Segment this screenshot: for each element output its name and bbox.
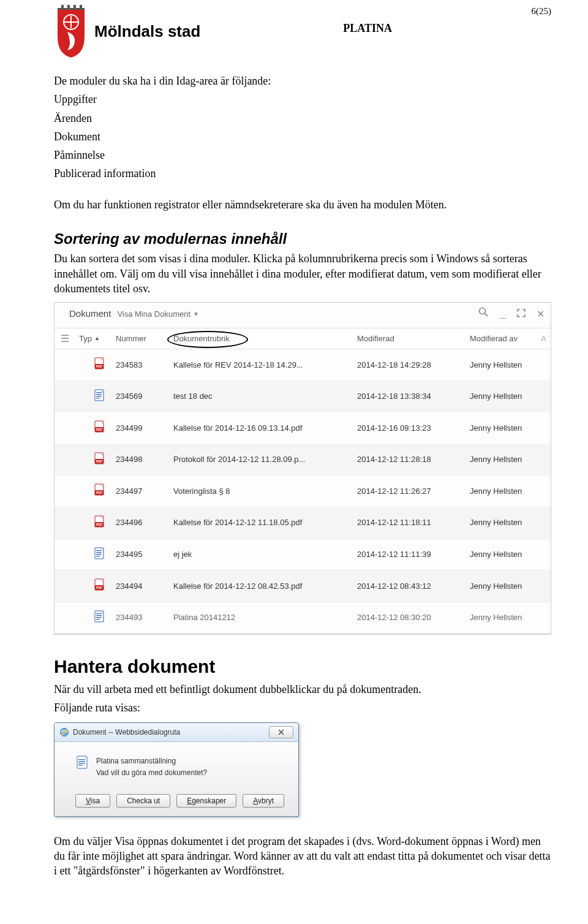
trailing-paragraph: Om du väljer Visa öppnas dokumentet i de… (54, 834, 551, 879)
cell-modifierad: 2014-12-12 11:28:18 (357, 454, 470, 465)
cell-nummer: 234569 (116, 391, 173, 402)
module-item: Uppgifter (54, 92, 551, 107)
cell-modifierad-av: Jenny Hellsten (470, 581, 541, 592)
cell-nummer: 234495 (116, 549, 173, 560)
cell-rubrik: Protokoll för 2014-12-12 11.28.09.p... (173, 454, 357, 465)
cell-rubrik: Kallelse för 2014-12-12 08.42.53.pdf (173, 581, 357, 592)
side-label: A (541, 333, 548, 344)
svg-rect-25 (78, 765, 83, 765)
search-icon[interactable] (478, 306, 489, 321)
cell-nummer: 234498 (116, 454, 173, 465)
table-row[interactable]: 234497Voteringlista § 82014-12-12 11:26:… (55, 475, 551, 507)
svg-rect-11 (70, 5, 74, 8)
table-row[interactable]: 234499Kallelse för 2014-12-16 09.13.14.p… (55, 412, 551, 444)
dialog-titlebar: Dokument -- Webbsidedialogruta (55, 723, 298, 742)
table-row[interactable]: 234498Protokoll för 2014-12-12 11.28.09.… (55, 444, 551, 476)
page-number: 6(25) (343, 5, 551, 17)
egenskaper-button[interactable]: Egenskaper (176, 794, 236, 808)
cell-nummer: 234493 (116, 612, 173, 623)
cell-modifierad-av: Jenny Hellsten (470, 486, 541, 497)
table-row[interactable]: 234569test 18 dec2014-12-18 13:38:34Jenn… (55, 381, 551, 413)
visa-button[interactable]: Visa (75, 794, 110, 808)
cell-rubrik: Kallelse för 2014-12-16 09.13.14.pdf (173, 423, 357, 434)
body-content: De moduler du ska ha i din Idag-area är … (54, 74, 551, 879)
intro-note: Om du har funktionen registrator eller n… (54, 197, 551, 212)
cell-nummer: 234499 (116, 423, 173, 434)
svg-rect-13 (82, 5, 85, 8)
cell-rubrik: ej jek (173, 549, 357, 560)
module-item: Påminnelse (54, 148, 551, 162)
logo-block: Mölndals stad (54, 5, 200, 59)
svg-rect-23 (78, 761, 85, 762)
file-type-icon (79, 357, 116, 373)
module-item: Dokument (54, 129, 551, 144)
table-row[interactable]: 234493Platina 201412122014-12-12 08:30:2… (55, 602, 551, 635)
svg-point-18 (479, 308, 485, 314)
cell-modifierad-av: Jenny Hellsten (470, 549, 541, 560)
cell-rubrik: Kallelse för 2014-12-12 11.18.05.pdf (173, 517, 357, 528)
dialog-line2: Vad vill du göra med dokumentet? (96, 767, 207, 779)
close-x-icon (277, 729, 285, 735)
logo-text: Mölndals stad (94, 21, 200, 42)
avbryt-button[interactable]: Avbryt (243, 794, 284, 808)
cell-modifierad-av: Jenny Hellsten (470, 612, 541, 623)
panel-rows: 234583Kallelse för REV 2014-12-18 14.29.… (55, 349, 551, 634)
cell-modifierad: 2014-12-12 11:18:11 (357, 517, 470, 528)
table-row[interactable]: 234495ej jek2014-12-12 11:11:39Jenny Hel… (55, 539, 551, 571)
dialog-buttons: Visa Checka ut Egenskaper Avbryt (63, 794, 290, 808)
cell-modifierad-av: Jenny Hellsten (470, 360, 541, 371)
file-type-icon (79, 389, 116, 404)
cell-modifierad: 2014-12-12 11:26:27 (357, 486, 470, 497)
hantera-p2: Följande ruta visas: (54, 700, 551, 715)
column-header-typ[interactable]: Typ ▲ (79, 333, 116, 344)
cell-modifierad-av: Jenny Hellsten (470, 454, 541, 465)
cell-nummer: 234497 (116, 486, 173, 497)
cell-modifierad: 2014-12-12 08:43:12 (357, 581, 470, 592)
cell-rubrik: Voteringlista § 8 (173, 486, 357, 497)
panel-view-dropdown[interactable]: Visa Mina Dokument ▼ (117, 309, 199, 320)
cell-modifierad: 2014-12-12 11:11:39 (357, 549, 470, 560)
doc-title: PLATINA (343, 21, 392, 36)
dialog-close-button[interactable] (269, 726, 293, 738)
cell-rubrik: test 18 dec (173, 391, 357, 402)
file-type-icon (79, 578, 116, 594)
table-row[interactable]: 234494Kallelse för 2014-12-12 08.42.53.p… (55, 570, 551, 602)
svg-rect-9 (58, 5, 61, 8)
file-type-icon (79, 515, 116, 531)
column-header-modifierad-av[interactable]: Modifierad av (470, 333, 541, 344)
page-header: Mölndals stad 6(25) PLATINA (54, 5, 551, 59)
cell-nummer: 234496 (116, 517, 173, 528)
svg-rect-17 (70, 16, 72, 28)
cell-rubrik: Platina 20141212 (173, 612, 357, 623)
cell-modifierad-av: Jenny Hellsten (470, 423, 541, 434)
minimize-icon[interactable]: _ (500, 306, 506, 321)
panel-title: Dokument (69, 308, 111, 320)
close-icon[interactable]: ✕ (537, 308, 545, 321)
sort-asc-icon: ▲ (94, 335, 100, 342)
highlight-circle: Dokumentrubrik (173, 333, 230, 344)
menu-icon[interactable]: ☰ (57, 332, 79, 346)
dialog-line1: Platina sammanställning (96, 755, 207, 767)
column-header-nummer[interactable]: Nummer (116, 333, 173, 344)
cell-modifierad-av: Jenny Hellsten (470, 391, 541, 402)
word-doc-icon (77, 755, 89, 769)
file-type-icon (79, 420, 116, 436)
panel-topbar: Dokument Visa Mina Dokument ▼ _ ✕ (55, 303, 551, 327)
file-type-icon (79, 483, 116, 499)
cell-modifierad: 2014-12-12 08:30:20 (357, 612, 470, 623)
cell-modifierad: 2014-12-18 14:29:28 (357, 360, 470, 371)
dialog-window: Dokument -- Webbsidedialogruta Platina s… (54, 722, 299, 816)
column-header-modifierad[interactable]: Modifierad (357, 333, 470, 344)
dokument-panel: Dokument Visa Mina Dokument ▼ _ ✕ ☰ Typ (54, 302, 551, 635)
expand-icon[interactable] (517, 306, 526, 321)
checka-ut-button[interactable]: Checka ut (116, 794, 170, 808)
column-header-rubrik[interactable]: Dokumentrubrik (173, 333, 357, 344)
intro-lead: De moduler du ska ha i din Idag-area är … (54, 74, 551, 88)
svg-rect-10 (64, 5, 67, 8)
heading-hantera: Hantera dokument (54, 654, 551, 680)
table-row[interactable]: 234496Kallelse för 2014-12-12 11.18.05.p… (55, 507, 551, 539)
file-type-icon (79, 452, 116, 468)
table-row[interactable]: 234583Kallelse för REV 2014-12-18 14.29.… (55, 349, 551, 381)
panel-column-headers: ☰ Typ ▲ Nummer Dokumentrubrik Modifierad… (55, 328, 551, 350)
dialog-title-text: Dokument -- Webbsidedialogruta (73, 727, 265, 737)
